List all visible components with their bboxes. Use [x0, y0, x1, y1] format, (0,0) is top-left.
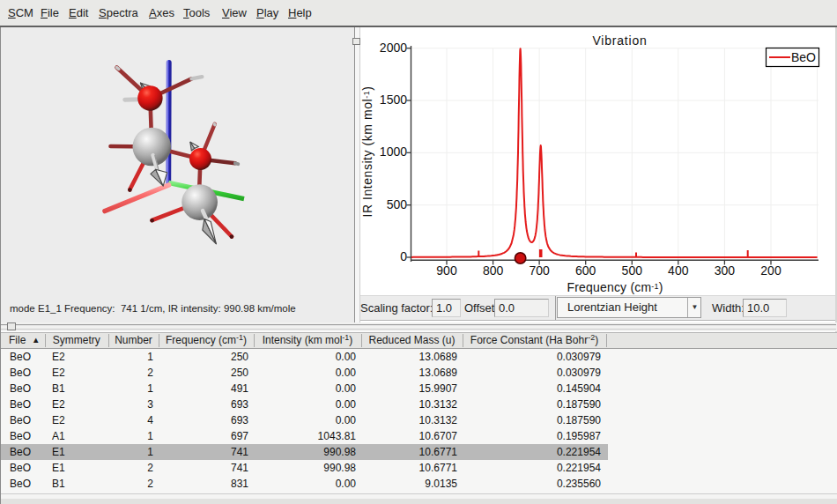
- svg-text:1500: 1500: [380, 93, 407, 107]
- svg-text:Frequency (cm-1): Frequency (cm-1): [567, 280, 663, 294]
- svg-text:600: 600: [575, 263, 596, 278]
- svg-text:2000: 2000: [380, 41, 407, 55]
- svg-text:IR Intensity (km mol-1): IR Intensity (km mol-1): [360, 85, 374, 217]
- svg-text:Vibration: Vibration: [592, 33, 647, 48]
- svg-text:300: 300: [715, 263, 736, 278]
- svg-text:800: 800: [483, 263, 504, 278]
- svg-text:0: 0: [400, 249, 407, 263]
- svg-text:900: 900: [436, 263, 457, 278]
- svg-text:500: 500: [622, 263, 643, 278]
- svg-text:BeO: BeO: [791, 50, 816, 64]
- svg-text:200: 200: [760, 263, 781, 278]
- svg-text:700: 700: [529, 263, 550, 278]
- svg-text:1000: 1000: [380, 145, 407, 159]
- svg-text:400: 400: [668, 263, 689, 278]
- svg-text:500: 500: [387, 197, 408, 211]
